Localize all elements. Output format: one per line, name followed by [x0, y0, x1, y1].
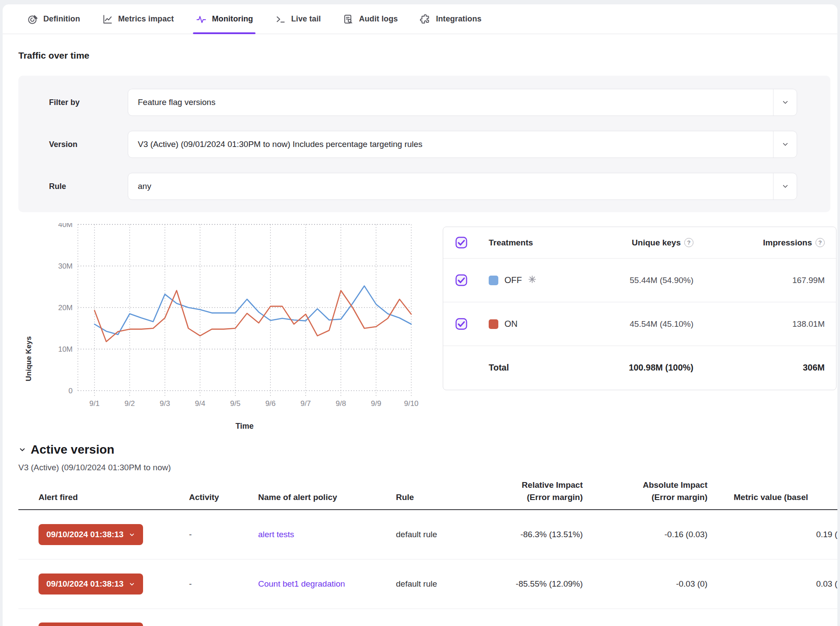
svg-text:0: 0 — [69, 387, 73, 395]
tab-label: Monitoring — [212, 14, 253, 24]
svg-text:30M: 30M — [58, 262, 73, 270]
help-icon[interactable]: ? — [684, 238, 693, 247]
alert-fired-badge[interactable]: 09/10/2024 01:46:53 — [38, 623, 143, 626]
absolute-impact-cell: -0.16 (0.03) — [583, 530, 707, 539]
impressions-column-header: Impressions ? — [763, 238, 825, 248]
impressions-value: 167.99M — [792, 276, 825, 285]
svg-text:9/3: 9/3 — [160, 399, 170, 408]
svg-text:9/4: 9/4 — [195, 399, 206, 408]
treatments-total-row: Total 100.98M (100%) 306M — [443, 346, 836, 389]
tab-integrations[interactable]: Integrations — [420, 4, 481, 34]
alerts-header-row: Alert fired Activity Name of alert polic… — [18, 479, 837, 510]
svg-text:20M: 20M — [58, 304, 73, 312]
svg-text:Time: Time — [235, 422, 254, 430]
default-treatment-icon — [528, 275, 536, 285]
svg-text:10M: 10M — [58, 345, 73, 353]
col-rule: Rule — [390, 491, 473, 504]
rule-cell: default rule — [390, 530, 473, 539]
svg-text:9/10: 9/10 — [404, 399, 418, 408]
chevron-down-icon — [129, 532, 135, 538]
rule-label: Rule — [49, 182, 66, 191]
svg-text:9/8: 9/8 — [336, 399, 346, 408]
integrations-icon — [420, 14, 431, 25]
page-title: Traffic over time — [18, 50, 89, 61]
svg-text:40M: 40M — [58, 223, 73, 229]
off-series-swatch — [489, 276, 498, 285]
active-version-subtitle: V3 (Active) (09/10/2024 01:30PM to now) — [18, 463, 171, 472]
tab-label: Definition — [43, 14, 80, 24]
tab-metrics-impact[interactable]: Metrics impact — [102, 4, 174, 34]
on-series-swatch — [489, 319, 498, 329]
off-checkbox[interactable] — [455, 274, 467, 286]
filter-row-rule: Rule any — [18, 173, 830, 200]
tab-label: Live tail — [291, 14, 321, 24]
help-icon[interactable]: ? — [816, 238, 825, 247]
filter-row-filter-by: Filter by Feature flag versions — [18, 89, 830, 116]
treatment-name: OFF — [504, 275, 522, 285]
chevron-down-icon[interactable] — [773, 131, 797, 157]
tab-audit-logs[interactable]: Audit logs — [343, 4, 398, 34]
col-alert-fired: Alert fired — [18, 491, 189, 504]
active-version-toggle[interactable]: Active version — [18, 443, 114, 457]
svg-text:9/1: 9/1 — [89, 399, 100, 408]
metric-value-cell: 0.19 ( — [707, 530, 837, 539]
tab-label: Audit logs — [359, 14, 398, 24]
relative-impact-cell: -86.3% (13.51%) — [473, 530, 583, 539]
metrics-impact-icon — [102, 14, 113, 25]
filter-by-label: Filter by — [49, 98, 80, 107]
col-policy: Name of alert policy — [255, 491, 390, 504]
select-all-checkbox[interactable] — [455, 237, 467, 248]
alert-policy-link[interactable]: alert tests — [258, 530, 294, 539]
rule-value: any — [128, 182, 151, 191]
absolute-impact-cell: -0.03 (0) — [583, 579, 707, 589]
relative-impact-cell: -85.55% (12.09%) — [473, 579, 583, 589]
total-label: Total — [489, 363, 549, 373]
active-version-title: Active version — [31, 443, 114, 457]
alert-row: 09/10/2024 01:46:53 - Custom metrics ale… — [18, 609, 837, 626]
rule-cell: default rule — [390, 579, 473, 589]
metric-value-cell: 0.03 ( — [707, 579, 837, 589]
main-panel: Definition Metrics impact Monitoring Liv… — [3, 4, 837, 626]
on-checkbox[interactable] — [455, 318, 467, 330]
col-absolute-impact: Absolute Impact (Error margin) — [583, 479, 707, 503]
filter-by-value: Feature flag versions — [128, 98, 215, 107]
impressions-value: 138.01M — [792, 319, 825, 329]
alert-fired-badge[interactable]: 09/10/2024 01:38:13 — [38, 524, 143, 545]
treatment-name: ON — [504, 319, 518, 329]
filter-row-version: Version V3 (Active) (09/01/2024 01:30PM … — [18, 131, 830, 158]
alert-policy-link[interactable]: Count bet1 degradation — [258, 579, 345, 588]
unique-keys-column-header: Unique keys ? — [632, 238, 693, 248]
treatments-header-row: Treatments Unique keys ? Impressions ? — [443, 227, 836, 259]
svg-text:9/2: 9/2 — [125, 399, 135, 408]
tab-monitoring[interactable]: Monitoring — [196, 4, 253, 34]
traffic-chart: Unique Keys 010M20M30M40M9/19/29/39/49/5… — [3, 223, 440, 448]
rule-select[interactable]: any — [128, 173, 797, 200]
treatment-row-off: OFF 55.44M (54.90%) 167.99M — [443, 259, 836, 302]
traffic-line-chart: 010M20M30M40M9/19/29/39/49/59/69/79/89/9… — [3, 223, 440, 448]
svg-text:9/5: 9/5 — [230, 399, 241, 408]
tab-bar: Definition Metrics impact Monitoring Liv… — [3, 4, 837, 34]
svg-text:9/6: 9/6 — [265, 399, 276, 408]
tab-live-tail[interactable]: Live tail — [275, 4, 321, 34]
chevron-down-icon[interactable] — [773, 89, 797, 115]
treatments-table: Treatments Unique keys ? Impressions ? O… — [443, 227, 836, 390]
version-select[interactable]: V3 (Active) (09/01/2024 01:30PM to now) … — [128, 131, 797, 158]
svg-text:9/9: 9/9 — [371, 399, 382, 408]
monitoring-icon — [196, 14, 207, 25]
treatment-row-on: ON 45.54M (45.10%) 138.01M — [443, 302, 836, 346]
y-axis-title: Unique Keys — [23, 302, 35, 416]
total-impressions: 306M — [803, 363, 825, 373]
filter-by-select[interactable]: Feature flag versions — [128, 89, 797, 116]
version-value: V3 (Active) (09/01/2024 01:30PM to now) … — [128, 140, 423, 149]
alert-fired-badge[interactable]: 09/10/2024 01:38:13 — [38, 574, 143, 595]
col-metric-value: Metric value (basel — [707, 491, 837, 504]
alert-row: 09/10/2024 01:38:13 - Count bet1 degrada… — [18, 560, 837, 609]
activity-cell: - — [189, 579, 255, 589]
svg-text:9/7: 9/7 — [301, 399, 311, 408]
tab-definition[interactable]: Definition — [27, 4, 80, 34]
chevron-down-icon[interactable] — [773, 173, 797, 199]
version-label: Version — [49, 140, 77, 149]
filter-panel: Filter by Feature flag versions Version … — [18, 76, 830, 212]
col-activity: Activity — [189, 491, 255, 504]
col-relative-impact: Relative Impact (Error margin) — [473, 479, 583, 503]
